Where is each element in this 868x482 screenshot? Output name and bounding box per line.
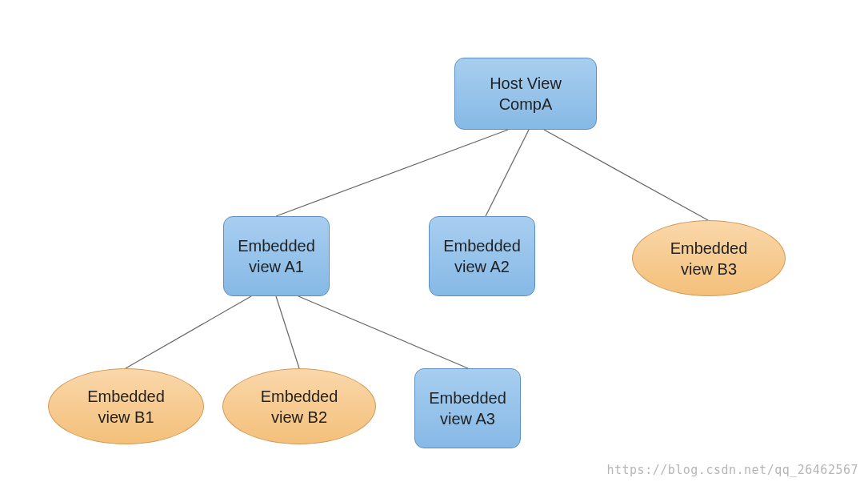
svg-line-5 [298, 296, 468, 368]
node-embedded-view-a1: Embedded view A1 [223, 216, 330, 296]
node-embedded-view-b2: Embedded view B2 [222, 368, 376, 444]
node-label-line1: Host View [490, 73, 562, 94]
node-embedded-view-b3: Embedded view B3 [632, 220, 786, 296]
svg-line-1 [486, 130, 529, 216]
svg-line-0 [276, 130, 508, 216]
node-label-line1: Embedded [670, 238, 748, 259]
node-label-line1: Embedded [261, 386, 338, 407]
node-label-line1: Embedded [87, 386, 165, 407]
node-label-line2: view B2 [271, 407, 327, 428]
node-label-line2: view A3 [440, 408, 495, 429]
node-label-line1: Embedded [238, 235, 315, 256]
svg-line-4 [276, 296, 299, 368]
node-label-line2: view B1 [98, 407, 154, 428]
svg-line-3 [126, 296, 251, 368]
watermark-text: https://blog.csdn.net/qq_26462567 [606, 463, 858, 477]
node-embedded-view-a2: Embedded view A2 [429, 216, 535, 296]
node-embedded-view-a3: Embedded view A3 [414, 368, 521, 448]
node-label-line1: Embedded [429, 388, 506, 408]
node-label-line2: view B3 [681, 259, 737, 279]
node-label-line2: view A1 [249, 256, 304, 277]
svg-line-2 [544, 130, 708, 220]
node-label-line2: CompA [499, 94, 553, 114]
node-label-line2: view A2 [454, 256, 510, 277]
node-embedded-view-b1: Embedded view B1 [48, 368, 204, 444]
node-label-line1: Embedded [443, 235, 521, 256]
node-host-view-compa: Host View CompA [454, 58, 597, 130]
